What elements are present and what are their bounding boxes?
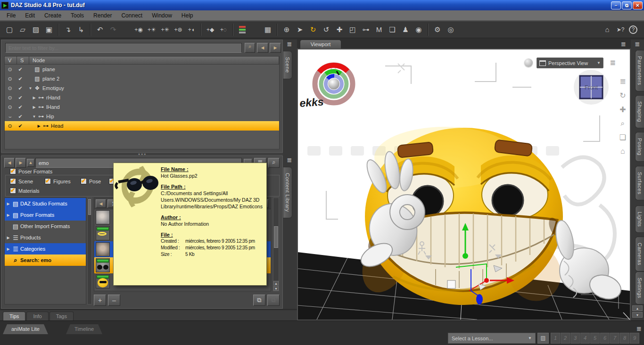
expand-arrow-icon[interactable]: ▶	[6, 236, 11, 240]
bottom-panel-menu-icon[interactable]: ≣	[636, 325, 642, 332]
tab-parameters[interactable]: Parameters	[635, 50, 644, 91]
filter-prev-button[interactable]: ◄	[257, 43, 268, 53]
select-cursor-icon[interactable]: ✔	[15, 76, 25, 82]
camera-tool-icon[interactable]: ◉	[413, 24, 424, 36]
figure-setup-tool-icon[interactable]: ♟	[400, 24, 411, 36]
pan-icon[interactable]: ✚	[619, 105, 626, 114]
expand-arrow-icon[interactable]: ▶	[6, 247, 11, 251]
minimize-button[interactable]: –	[611, 1, 621, 9]
file-list-scrollbar[interactable]: ▲ ▼	[273, 197, 279, 291]
tab-animate-lite[interactable]: aniMate Lite	[3, 324, 48, 334]
viewport-3d-scene[interactable]: ekks	[298, 49, 630, 320]
scene-node-head[interactable]: ⊙ ✔ ▶ ⊶ Head	[5, 121, 279, 131]
tab-info[interactable]: Info	[26, 312, 48, 320]
scene-filter-input[interactable]	[5, 43, 242, 53]
eye-icon[interactable]: ⊙	[5, 85, 15, 91]
nav-up-button[interactable]: ▲	[27, 159, 34, 167]
camera-selector-dropdown[interactable]: Perspective View ▼	[537, 58, 603, 68]
rotate-tool-icon[interactable]: ↻	[307, 24, 319, 36]
tab-content-library[interactable]: Content Library	[283, 167, 292, 218]
node-selection-tool-icon[interactable]: ➤	[294, 24, 305, 36]
view-options-icon[interactable]: ≣	[619, 77, 626, 86]
checkbox-pose[interactable]: ✔ Pose	[81, 178, 101, 184]
scroll-up-icon[interactable]: ▲	[273, 281, 279, 286]
filter-next-button[interactable]: ►	[270, 43, 281, 53]
checkbox-materials[interactable]: ✔ Materials	[10, 188, 40, 194]
viewport-canvas[interactable]: ekks	[297, 49, 631, 320]
draw-style-sphere-icon[interactable]	[524, 58, 533, 67]
joint-editor-tool-icon[interactable]: ⊶	[360, 24, 372, 36]
select-cursor-icon[interactable]: ✔	[15, 104, 25, 110]
select-cursor-icon[interactable]: ✔	[15, 114, 25, 120]
page-back-button[interactable]: ◄	[96, 199, 106, 208]
scene-tree-header[interactable]: V S Node	[4, 56, 280, 65]
node-label[interactable]: Emotiguy	[41, 85, 64, 91]
tab-tags[interactable]: Tags	[50, 312, 74, 320]
lesson-button-7[interactable]: 7	[610, 333, 619, 344]
lesson-button-9[interactable]: 9	[630, 333, 639, 344]
select-cursor-icon[interactable]: ✔	[15, 123, 25, 129]
checkbox-scene[interactable]: ✔ Scene	[10, 178, 33, 184]
node-label[interactable]: plane	[41, 66, 55, 72]
scene-node-plane[interactable]: ⊙ ✔ ▧ plane	[5, 65, 279, 74]
render-icon[interactable]: ◎	[445, 24, 456, 36]
camera-stack-icon[interactable]: ≣	[610, 58, 616, 67]
new-file-icon[interactable]: ▢	[4, 24, 15, 36]
new-primitive-icon[interactable]: +◆	[205, 24, 216, 36]
tab-scene[interactable]: Scene	[283, 51, 292, 79]
node-label[interactable]: Hip	[45, 114, 54, 119]
add-button[interactable]: +	[94, 295, 106, 306]
library-panel-menu-icon[interactable]: ≣	[284, 156, 295, 164]
menu-window[interactable]: Window	[147, 11, 177, 20]
nav-forward-button[interactable]: ►	[16, 158, 26, 168]
menu-file[interactable]: File	[2, 11, 20, 20]
tab-timeline[interactable]: Timeline	[66, 324, 102, 334]
sidebar-item-other-import-formats[interactable]: ▤ Other Import Formats	[5, 221, 86, 232]
play-lesson-icon[interactable]: ▨	[537, 333, 549, 344]
tab-viewport[interactable]: Viewport	[300, 40, 341, 49]
new-linear-point-light-icon[interactable]: +⊛	[173, 24, 184, 36]
eye-icon[interactable]: ⊙	[5, 66, 15, 73]
scene-pane-icon[interactable]	[237, 24, 248, 36]
redo-icon[interactable]: ↷	[107, 24, 119, 36]
scene-panel-menu-icon[interactable]: ≣	[284, 41, 295, 48]
whats-this-icon[interactable]: ➤?	[615, 24, 626, 36]
menu-create[interactable]: Create	[40, 11, 66, 20]
scale-tool-icon[interactable]: ◰	[347, 24, 358, 36]
column-visibility[interactable]: V	[5, 57, 17, 64]
dock-panel-menu-icon[interactable]: ≣	[632, 41, 643, 48]
import-file-icon[interactable]: ↴	[62, 24, 74, 36]
home-icon[interactable]: ⌂	[602, 24, 613, 36]
sidebar-item-search-emo[interactable]: ⌕ Search: emo	[5, 255, 86, 266]
lesson-button-1[interactable]: 1	[551, 333, 560, 344]
tab-posing[interactable]: Posing	[635, 132, 644, 162]
new-point-light-icon[interactable]: +✳	[159, 24, 171, 36]
scene-navigator-icon[interactable]: ⊕	[281, 24, 292, 36]
remove-button[interactable]: –	[108, 295, 120, 306]
reset-camera-icon[interactable]: ⌂	[619, 147, 626, 156]
dock-scroll-up-icon[interactable]: ▲	[632, 305, 643, 311]
menu-render[interactable]: Render	[89, 11, 116, 20]
title-bar[interactable]: DAZ Studio 4.8 Pro - tut.duf – ⧉ ✕	[0, 0, 644, 10]
orbit-icon[interactable]: ↻	[619, 91, 626, 100]
open-file-icon[interactable]: ▱	[17, 24, 28, 36]
scene-node-emotiguy[interactable]: ⊙ ✔ ▼ ❖ Emotiguy	[5, 83, 279, 93]
sidebar-item-poser-formats[interactable]: ▶ ▤ Poser Formats	[5, 209, 86, 221]
lesson-button-8[interactable]: 8	[620, 333, 629, 344]
expand-arrow-icon[interactable]: ▶	[31, 96, 37, 100]
expand-arrow-icon[interactable]: ▶	[6, 202, 11, 206]
expand-arrow-icon[interactable]: ▶	[6, 213, 11, 217]
checkbox-poser-formats[interactable]: ✔ Poser Formats	[8, 168, 54, 174]
help-icon[interactable]: ?	[629, 25, 637, 34]
lesson-button-6[interactable]: 6	[600, 333, 610, 344]
node-label[interactable]: plane 2	[41, 76, 59, 82]
sidebar-item-categories[interactable]: ▶ ☰ Categories	[5, 243, 86, 255]
eye-icon[interactable]: ⊙	[5, 123, 15, 129]
lesson-dropdown[interactable]: Select a Lesson... ▼	[448, 333, 536, 344]
save-file-icon[interactable]: ▣	[43, 24, 55, 36]
menu-edit[interactable]: Edit	[20, 11, 40, 20]
sidebar-item-daz-studio-formats[interactable]: ▶ ▤ DAZ Studio Formats	[5, 198, 86, 209]
surface-selection-tool-icon[interactable]: M	[373, 24, 385, 36]
eye-icon[interactable]: ⊙	[5, 95, 15, 101]
scrollbar-knob[interactable]	[274, 226, 278, 248]
